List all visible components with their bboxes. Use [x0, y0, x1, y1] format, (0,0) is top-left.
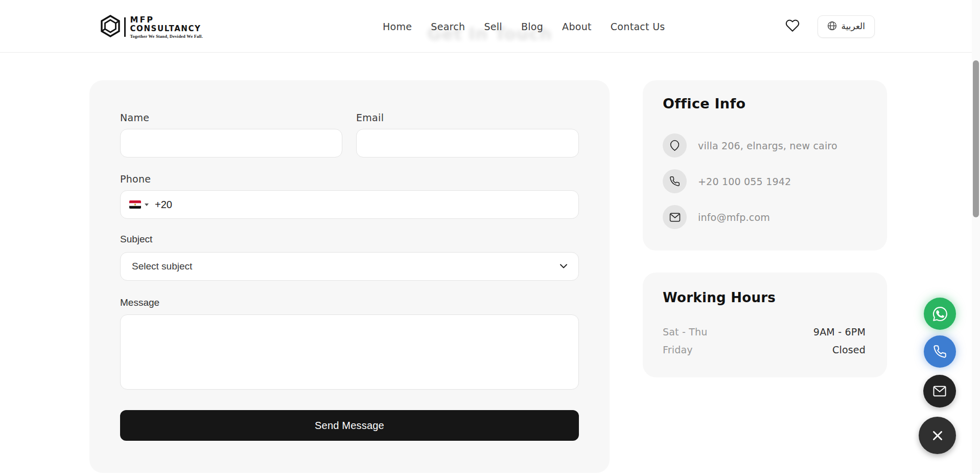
office-email-row: info@mfp.com	[663, 205, 770, 229]
chevron-down-icon	[560, 264, 567, 268]
whatsapp-fab-button[interactable]	[924, 298, 956, 330]
whatsapp-icon	[932, 306, 948, 322]
office-address-row: villa 206, elnargs, new cairo	[663, 133, 837, 157]
phone-field	[120, 190, 579, 219]
main-nav: Home Search Sell Blog About Contact Us	[383, 0, 665, 53]
egypt-flag-icon	[129, 200, 141, 209]
send-message-button[interactable]: Send Message	[120, 410, 579, 441]
nav-link-home[interactable]: Home	[383, 21, 412, 32]
working-time: Closed	[832, 344, 866, 355]
brand-name-line2: CONSULTANCY	[130, 25, 203, 33]
brand-tagline: Together We Stand, Devided We Fall.	[130, 34, 203, 39]
nav-link-about[interactable]: About	[562, 21, 592, 32]
country-code-selector[interactable]	[129, 200, 149, 209]
name-label: Name	[120, 112, 149, 123]
logo-divider	[124, 17, 126, 37]
location-pin-icon	[663, 133, 687, 157]
phone-icon	[933, 345, 947, 358]
page: Get In Touch MFP CONSULTANCY Together We…	[0, 0, 980, 474]
header: MFP CONSULTANCY Together We Stand, Devid…	[0, 0, 980, 53]
subject-selected-option: Select subject	[132, 261, 192, 272]
nav-link-blog[interactable]: Blog	[521, 21, 543, 32]
nav-link-contact-us[interactable]: Contact Us	[611, 21, 665, 32]
email-field[interactable]	[356, 129, 579, 157]
working-hours-card: Working Hours Sat - Thu 9AM - 6PM Friday…	[643, 273, 887, 377]
brand-name-line1: MFP	[130, 16, 203, 24]
nav-link-sell[interactable]: Sell	[484, 21, 502, 32]
envelope-icon	[663, 205, 687, 229]
favorites-button[interactable]	[785, 19, 800, 34]
heart-icon	[785, 19, 800, 34]
office-phone[interactable]: +20 100 055 1942	[698, 176, 791, 187]
brand-logo-icon	[100, 14, 121, 40]
office-address: villa 206, elnargs, new cairo	[698, 140, 837, 151]
call-fab-button[interactable]	[924, 335, 956, 368]
working-hours-row: Sat - Thu 9AM - 6PM	[663, 326, 866, 337]
phone-number-input[interactable]	[155, 199, 512, 211]
close-icon	[931, 429, 944, 442]
globe-icon	[827, 21, 837, 32]
scrollbar-track[interactable]	[972, 0, 980, 474]
working-hours-title: Working Hours	[663, 290, 776, 305]
contact-form-card: Name Email Phone Subject Select	[89, 80, 610, 473]
phone-icon	[663, 169, 687, 193]
language-switch-button[interactable]: العربية	[818, 15, 875, 38]
name-field[interactable]	[120, 129, 342, 157]
office-info-title: Office Info	[663, 96, 745, 111]
email-fab-button[interactable]	[923, 375, 956, 408]
brand-logo[interactable]: MFP CONSULTANCY Together We Stand, Devid…	[100, 14, 203, 40]
subject-label: Subject	[120, 234, 152, 245]
envelope-icon	[932, 386, 947, 397]
working-days: Sat - Thu	[663, 326, 708, 337]
working-days: Friday	[663, 344, 693, 355]
office-info-card: Office Info villa 206, elnargs, new cair…	[643, 80, 887, 251]
office-email[interactable]: info@mfp.com	[698, 212, 770, 223]
subject-select[interactable]: Select subject	[120, 252, 579, 281]
chevron-down-icon	[145, 204, 149, 206]
working-time: 9AM - 6PM	[813, 326, 866, 337]
scrollbar-thumb[interactable]	[973, 60, 979, 217]
email-label: Email	[356, 112, 384, 123]
message-textarea[interactable]	[120, 314, 579, 390]
office-phone-row: +20 100 055 1942	[663, 169, 791, 193]
close-fab-button[interactable]	[919, 417, 956, 454]
nav-link-search[interactable]: Search	[431, 21, 465, 32]
language-label: العربية	[842, 21, 865, 32]
message-label: Message	[120, 297, 159, 308]
working-hours-row: Friday Closed	[663, 344, 866, 355]
phone-label: Phone	[120, 173, 151, 185]
